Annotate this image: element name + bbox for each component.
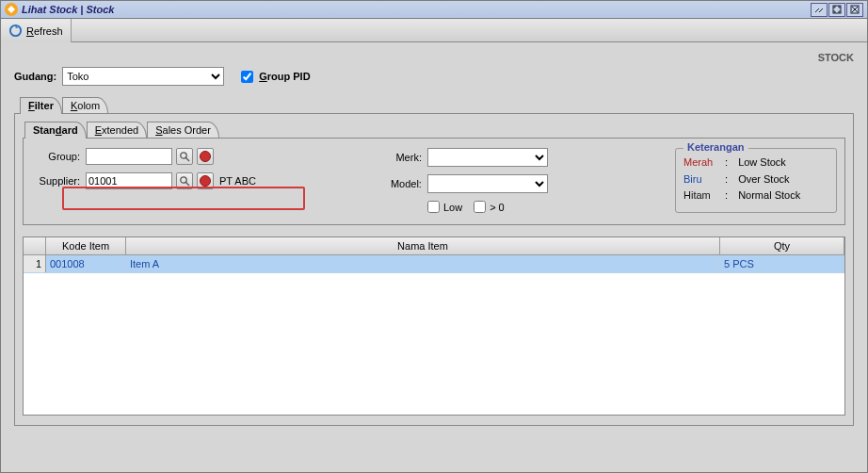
supplier-label: Supplier: — [31, 175, 82, 187]
merk-select[interactable] — [427, 148, 548, 167]
clear-icon — [200, 151, 211, 162]
close-icon[interactable] — [846, 3, 863, 17]
tab-sales-order[interactable]: Sales Order — [147, 122, 219, 139]
refresh-icon — [8, 24, 23, 38]
gt0-checkbox[interactable] — [474, 201, 486, 213]
low-checkbox[interactable] — [427, 201, 440, 213]
search-icon — [179, 151, 190, 162]
clear-icon — [200, 175, 211, 187]
col-rownum[interactable] — [24, 237, 46, 254]
row-number: 1 — [24, 255, 46, 272]
titlebar: Lihat Stock | Stock — [1, 1, 867, 19]
gt0-label: > 0 — [490, 202, 505, 213]
refresh-button[interactable]: Refresh — [1, 19, 72, 42]
refresh-label: Refresh — [26, 25, 63, 37]
tab-standard[interactable]: Standard — [24, 122, 87, 139]
supplier-input[interactable] — [86, 172, 172, 189]
model-label: Model: — [378, 178, 424, 189]
model-select[interactable] — [427, 174, 548, 193]
group-clear-button[interactable] — [197, 148, 214, 165]
cell-nama: Item A — [126, 255, 720, 272]
svg-line-4 — [186, 158, 190, 162]
search-icon — [179, 175, 190, 187]
table-row[interactable]: 1 001008 Item A 5 PCS — [24, 255, 844, 273]
keterangan-box: Keterangan Merah: Low Stock Biru: Over S… — [675, 148, 837, 213]
group-label: Group: — [31, 151, 82, 162]
group-search-button[interactable] — [176, 148, 193, 165]
toolbar: Refresh — [1, 19, 867, 42]
tab-kolom[interactable]: Kolom — [62, 97, 108, 114]
supplier-search-button[interactable] — [176, 172, 193, 189]
svg-line-6 — [186, 183, 190, 187]
svg-point-5 — [181, 177, 186, 183]
tab-filter[interactable]: Filter — [20, 97, 62, 114]
grid-header: Kode Item Nama Item Qty — [24, 237, 844, 255]
minimize-icon[interactable] — [811, 3, 828, 17]
gudang-select[interactable]: Toko — [62, 67, 224, 86]
supplier-name: PT ABC — [217, 175, 256, 187]
low-label: Low — [443, 202, 462, 213]
legend-merah: Merah — [683, 155, 721, 171]
gudang-label: Gudang: — [14, 71, 56, 82]
window-title: Lihat Stock | Stock — [22, 4, 810, 15]
col-nama-item[interactable]: Nama Item — [126, 237, 720, 254]
svg-rect-0 — [833, 6, 841, 13]
supplier-highlight — [62, 187, 305, 210]
merk-label: Merk: — [378, 152, 424, 163]
cell-qty: 5 PCS — [720, 255, 844, 272]
app-icon — [5, 3, 18, 16]
legend-biru: Biru — [683, 171, 721, 188]
stock-grid[interactable]: Kode Item Nama Item Qty 1 001008 Item A … — [23, 236, 845, 416]
tab-extended[interactable]: Extended — [87, 122, 148, 139]
cell-kode: 001008 — [46, 255, 126, 272]
group-pid-label: Group PID — [259, 71, 310, 82]
group-input[interactable] — [86, 148, 172, 165]
supplier-clear-button[interactable] — [197, 172, 214, 189]
page-heading: STOCK — [1, 42, 867, 67]
col-kode-item[interactable]: Kode Item — [46, 237, 126, 254]
svg-point-3 — [181, 153, 186, 158]
group-pid-checkbox[interactable] — [241, 71, 253, 83]
keterangan-legend: Keterangan — [683, 141, 748, 153]
col-qty[interactable]: Qty — [720, 237, 844, 254]
maximize-icon[interactable] — [828, 3, 845, 17]
legend-hitam: Hitam — [683, 188, 721, 204]
